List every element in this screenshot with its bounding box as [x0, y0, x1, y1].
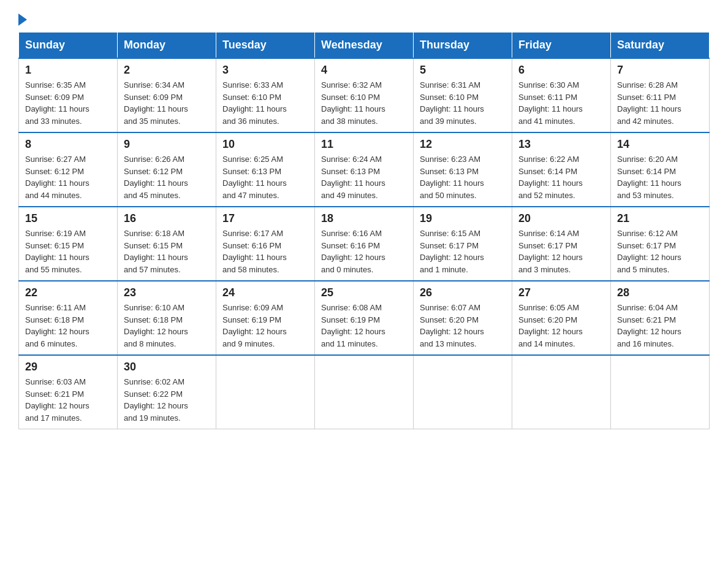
calendar-cell: 26 Sunrise: 6:07 AMSunset: 6:20 PMDaylig… [414, 281, 512, 355]
day-info: Sunrise: 6:18 AMSunset: 6:15 PMDaylight:… [124, 228, 210, 275]
day-number: 12 [420, 138, 506, 151]
calendar-cell [414, 355, 512, 429]
calendar-cell: 18 Sunrise: 6:16 AMSunset: 6:16 PMDaylig… [315, 207, 414, 281]
day-number: 27 [518, 286, 604, 299]
day-info: Sunrise: 6:32 AMSunset: 6:10 PMDaylight:… [321, 79, 407, 127]
day-info: Sunrise: 6:27 AMSunset: 6:12 PMDaylight:… [25, 153, 111, 201]
day-info: Sunrise: 6:17 AMSunset: 6:16 PMDaylight:… [222, 228, 308, 275]
calendar-cell: 24 Sunrise: 6:09 AMSunset: 6:19 PMDaylig… [216, 281, 315, 355]
calendar-cell: 21 Sunrise: 6:12 AMSunset: 6:17 PMDaylig… [611, 207, 710, 281]
day-number: 24 [222, 286, 308, 299]
day-number: 13 [518, 138, 604, 151]
calendar-cell: 3 Sunrise: 6:33 AMSunset: 6:10 PMDayligh… [216, 58, 315, 132]
calendar-cell: 23 Sunrise: 6:10 AMSunset: 6:18 PMDaylig… [118, 281, 216, 355]
day-number: 9 [124, 138, 210, 151]
day-info: Sunrise: 6:10 AMSunset: 6:18 PMDaylight:… [124, 302, 210, 350]
day-info: Sunrise: 6:26 AMSunset: 6:12 PMDaylight:… [124, 153, 210, 201]
calendar-cell: 9 Sunrise: 6:26 AMSunset: 6:12 PMDayligh… [118, 132, 216, 207]
day-number: 30 [124, 361, 210, 373]
day-number: 14 [617, 138, 703, 151]
day-info: Sunrise: 6:16 AMSunset: 6:16 PMDaylight:… [321, 228, 407, 275]
calendar-cell: 1 Sunrise: 6:35 AMSunset: 6:09 PMDayligh… [19, 58, 118, 132]
day-number: 16 [124, 212, 210, 225]
calendar-cell: 15 Sunrise: 6:19 AMSunset: 6:15 PMDaylig… [19, 207, 118, 281]
calendar-cell: 20 Sunrise: 6:14 AMSunset: 6:17 PMDaylig… [512, 207, 611, 281]
calendar-cell: 19 Sunrise: 6:15 AMSunset: 6:17 PMDaylig… [414, 207, 512, 281]
day-number: 8 [25, 138, 111, 151]
calendar-header-saturday: Saturday [611, 33, 710, 59]
day-info: Sunrise: 6:04 AMSunset: 6:21 PMDaylight:… [617, 302, 703, 350]
day-number: 25 [321, 286, 407, 299]
calendar-cell: 12 Sunrise: 6:23 AMSunset: 6:13 PMDaylig… [414, 132, 512, 207]
calendar-cell: 2 Sunrise: 6:34 AMSunset: 6:09 PMDayligh… [118, 58, 216, 132]
day-number: 11 [321, 138, 407, 151]
calendar-cell: 27 Sunrise: 6:05 AMSunset: 6:20 PMDaylig… [512, 281, 611, 355]
page-header [18, 12, 710, 26]
day-info: Sunrise: 6:24 AMSunset: 6:13 PMDaylight:… [321, 153, 407, 201]
day-info: Sunrise: 6:05 AMSunset: 6:20 PMDaylight:… [518, 302, 604, 350]
day-info: Sunrise: 6:07 AMSunset: 6:20 PMDaylight:… [420, 302, 506, 350]
day-info: Sunrise: 6:02 AMSunset: 6:22 PMDaylight:… [124, 376, 210, 424]
day-info: Sunrise: 6:30 AMSunset: 6:11 PMDaylight:… [518, 79, 604, 127]
calendar-cell: 25 Sunrise: 6:08 AMSunset: 6:19 PMDaylig… [315, 281, 414, 355]
day-info: Sunrise: 6:20 AMSunset: 6:14 PMDaylight:… [617, 153, 703, 201]
day-number: 20 [518, 212, 604, 225]
calendar-header-thursday: Thursday [414, 33, 512, 59]
calendar-cell [512, 355, 611, 429]
calendar-cell: 30 Sunrise: 6:02 AMSunset: 6:22 PMDaylig… [118, 355, 216, 429]
day-number: 21 [617, 212, 703, 225]
calendar-week-row: 15 Sunrise: 6:19 AMSunset: 6:15 PMDaylig… [19, 207, 710, 281]
day-info: Sunrise: 6:35 AMSunset: 6:09 PMDaylight:… [25, 79, 111, 127]
calendar-header-sunday: Sunday [19, 33, 118, 59]
day-number: 29 [25, 361, 111, 373]
day-info: Sunrise: 6:14 AMSunset: 6:17 PMDaylight:… [518, 228, 604, 275]
calendar-header-monday: Monday [118, 33, 216, 59]
day-number: 23 [124, 286, 210, 299]
calendar-cell: 29 Sunrise: 6:03 AMSunset: 6:21 PMDaylig… [19, 355, 118, 429]
calendar-header-row: SundayMondayTuesdayWednesdayThursdayFrid… [19, 33, 710, 59]
calendar-cell: 5 Sunrise: 6:31 AMSunset: 6:10 PMDayligh… [414, 58, 512, 132]
calendar-cell: 16 Sunrise: 6:18 AMSunset: 6:15 PMDaylig… [118, 207, 216, 281]
calendar-cell [611, 355, 710, 429]
calendar-week-row: 1 Sunrise: 6:35 AMSunset: 6:09 PMDayligh… [19, 58, 710, 132]
calendar-header-tuesday: Tuesday [216, 33, 315, 59]
day-info: Sunrise: 6:08 AMSunset: 6:19 PMDaylight:… [321, 302, 407, 350]
day-info: Sunrise: 6:33 AMSunset: 6:10 PMDaylight:… [222, 79, 308, 127]
day-info: Sunrise: 6:12 AMSunset: 6:17 PMDaylight:… [617, 228, 703, 275]
day-info: Sunrise: 6:19 AMSunset: 6:15 PMDaylight:… [25, 228, 111, 275]
calendar-week-row: 8 Sunrise: 6:27 AMSunset: 6:12 PMDayligh… [19, 132, 710, 207]
day-number: 17 [222, 212, 308, 225]
day-info: Sunrise: 6:09 AMSunset: 6:19 PMDaylight:… [222, 302, 308, 350]
calendar-table: SundayMondayTuesdayWednesdayThursdayFrid… [18, 32, 710, 429]
day-info: Sunrise: 6:31 AMSunset: 6:10 PMDaylight:… [420, 79, 506, 127]
day-number: 6 [518, 64, 604, 77]
day-number: 7 [617, 64, 703, 77]
calendar-cell: 17 Sunrise: 6:17 AMSunset: 6:16 PMDaylig… [216, 207, 315, 281]
calendar-cell: 7 Sunrise: 6:28 AMSunset: 6:11 PMDayligh… [611, 58, 710, 132]
day-info: Sunrise: 6:11 AMSunset: 6:18 PMDaylight:… [25, 302, 111, 350]
day-number: 3 [222, 64, 308, 77]
day-number: 26 [420, 286, 506, 299]
day-number: 4 [321, 64, 407, 77]
day-number: 2 [124, 64, 210, 77]
calendar-week-row: 29 Sunrise: 6:03 AMSunset: 6:21 PMDaylig… [19, 355, 710, 429]
calendar-cell: 22 Sunrise: 6:11 AMSunset: 6:18 PMDaylig… [19, 281, 118, 355]
day-info: Sunrise: 6:25 AMSunset: 6:13 PMDaylight:… [222, 153, 308, 201]
logo-arrow-icon [18, 13, 27, 26]
day-number: 5 [420, 64, 506, 77]
day-info: Sunrise: 6:23 AMSunset: 6:13 PMDaylight:… [420, 153, 506, 201]
calendar-header-wednesday: Wednesday [315, 33, 414, 59]
calendar-cell: 14 Sunrise: 6:20 AMSunset: 6:14 PMDaylig… [611, 132, 710, 207]
day-info: Sunrise: 6:34 AMSunset: 6:09 PMDaylight:… [124, 79, 210, 127]
day-number: 19 [420, 212, 506, 225]
calendar-cell: 11 Sunrise: 6:24 AMSunset: 6:13 PMDaylig… [315, 132, 414, 207]
day-number: 22 [25, 286, 111, 299]
calendar-week-row: 22 Sunrise: 6:11 AMSunset: 6:18 PMDaylig… [19, 281, 710, 355]
day-info: Sunrise: 6:03 AMSunset: 6:21 PMDaylight:… [25, 376, 111, 424]
calendar-cell: 13 Sunrise: 6:22 AMSunset: 6:14 PMDaylig… [512, 132, 611, 207]
day-number: 10 [222, 138, 308, 151]
logo [18, 12, 27, 26]
calendar-cell: 4 Sunrise: 6:32 AMSunset: 6:10 PMDayligh… [315, 58, 414, 132]
day-number: 1 [25, 64, 111, 77]
day-number: 15 [25, 212, 111, 225]
